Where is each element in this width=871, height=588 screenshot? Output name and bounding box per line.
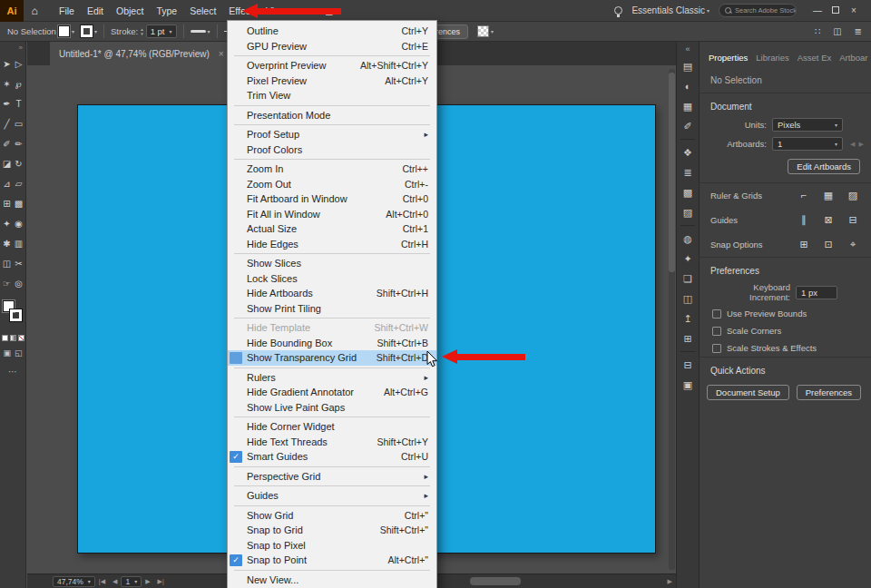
rectangle-tool[interactable]: ▭ [13,116,24,132]
pen-tool[interactable]: ✒ [1,96,13,112]
zoom-tool[interactable]: ◎ [13,276,24,291]
libraries-panel-icon[interactable]: ▣ [677,375,699,395]
units-dropdown[interactable]: Pixels▾ [772,118,843,132]
maximize-button[interactable] [829,5,842,15]
hand-tool[interactable]: ☞ [1,276,13,291]
edit-artboards-button[interactable]: Edit Artboards [788,159,860,174]
menu-item-hide-text-threads[interactable]: Hide Text ThreadsShift+Ctrl+Y [228,435,436,450]
clear-guides-icon[interactable]: ⊟ [846,214,860,226]
none-button[interactable] [18,335,24,341]
artboard-tool[interactable]: ◫ [1,256,13,271]
menu-file[interactable]: File [53,0,81,22]
scroll-right-icon[interactable]: ▶ [668,578,672,585]
horizontal-scroll-thumb[interactable] [470,577,521,585]
toolbar-overflow-icon[interactable]: ⋯ [0,367,25,377]
next-artboard-icon[interactable]: ▶ [145,578,150,585]
lasso-tool[interactable]: ℘ [13,76,24,92]
menu-item-hide-edges[interactable]: Hide EdgesCtrl+H [228,237,436,252]
search-adobe-stock-input[interactable]: Search Adobe Stock [719,4,797,17]
first-artboard-icon[interactable]: |◀ [99,578,105,585]
preferences-quick-button[interactable]: Preferences [797,385,861,400]
brushes-panel-icon[interactable]: ✐ [677,116,699,136]
zoom-dropdown[interactable]: 47,74%▾ [53,576,95,587]
selection-tool[interactable]: ➤ [1,56,13,72]
draw-normal-icon[interactable]: ▣ [3,348,11,358]
close-button[interactable]: × [847,5,860,15]
menu-item-snap-to-pixel[interactable]: Snap to Pixel [228,538,436,554]
mesh-tool[interactable]: ⊞ [1,196,13,211]
menu-item-outline[interactable]: OutlineCtrl+Y [228,24,436,39]
gradient-button[interactable] [10,335,16,341]
discover-icon[interactable] [614,6,622,15]
menu-item-lock-slices[interactable]: Lock Slices [228,271,436,287]
grid-options-icon[interactable]: ∷ [815,26,820,36]
menu-item-hide-gradient-annotator[interactable]: Hide Gradient AnnotatorAlt+Ctrl+G [228,385,436,400]
pencil-tool[interactable]: ✏ [13,136,24,152]
column-graph-tool[interactable]: ▥ [13,236,24,251]
color-button[interactable] [2,335,8,341]
artboards-dropdown[interactable]: 1▾ [772,137,843,151]
line-segment-tool[interactable]: ╱ [1,116,13,132]
vertical-scrollbar[interactable] [669,69,675,570]
menu-item-hide-bounding-box[interactable]: Hide Bounding BoxShift+Ctrl+B [228,336,436,351]
document-setup-quick-button[interactable]: Document Setup [707,385,789,400]
menu-item-overprint-preview[interactable]: Overprint PreviewAlt+Shift+Ctrl+Y [228,58,436,74]
slice-tool[interactable]: ✂ [13,256,24,271]
menu-item-snap-to-point[interactable]: ✓Snap to PointAlt+Ctrl+" [228,553,436,568]
color-panel-icon[interactable]: ▤ [677,56,699,76]
stroke-swatch[interactable] [10,309,22,321]
layers-panel-icon[interactable]: ❏ [677,269,699,289]
asset-export-panel-icon[interactable]: ↥ [677,309,699,328]
eyedropper-tool[interactable]: ✦ [1,216,13,231]
menu-item-fit-artboard-in-window[interactable]: Fit Artboard in WindowCtrl+0 [228,191,436,207]
transparency-panel-icon[interactable]: ▨ [677,202,699,222]
menu-item-trim-view[interactable]: Trim View [228,88,436,103]
menu-item-rulers[interactable]: Rulers▸ [228,370,436,386]
lock-guides-icon[interactable]: ⊠ [821,214,836,226]
menu-item-new-view[interactable]: New View... [228,573,436,588]
close-tab-icon[interactable]: × [219,49,224,59]
menu-item-zoom-out[interactable]: Zoom OutCtrl+- [228,177,436,192]
last-artboard-icon[interactable]: ▶| [158,578,164,585]
panel-menu-icon[interactable]: ≣ [855,26,862,36]
menu-type[interactable]: Type [150,0,183,22]
artboard-number-dropdown[interactable]: 1▾ [121,576,142,587]
menu-object[interactable]: Object [110,0,150,22]
tab-artboar[interactable]: Artboar [839,53,867,63]
eraser-tool[interactable]: ◪ [1,156,13,172]
rulers-icon[interactable]: ⌐ [797,190,811,201]
blend-tool[interactable]: ◉ [13,216,24,231]
vertical-scroll-thumb[interactable] [669,73,675,272]
home-icon[interactable]: ⌂ [24,5,45,17]
screen-mode-icon[interactable]: ◱ [15,348,23,358]
stroke-panel-icon[interactable]: ≣ [677,162,699,182]
gradient-tool[interactable]: ▩ [13,196,24,211]
menu-item-show-slices[interactable]: Show Slices [228,256,436,271]
graphic-styles-panel-icon[interactable]: ✦ [677,249,699,269]
snap-to-grid-icon[interactable]: ⊞ [797,239,811,250]
workspace-switcher[interactable]: Essentials Classic▾ [631,5,710,15]
brush-definition-icon[interactable] [191,30,206,33]
artboard-prev-next-icons[interactable]: ◀▶ [850,141,867,148]
checkbox-scale-corners[interactable] [712,327,721,336]
menu-item-hide-corner-widget[interactable]: Hide Corner Widget [228,419,436,435]
menu-item-proof-colors[interactable]: Proof Colors [228,142,436,158]
menu-item-pixel-preview[interactable]: Pixel PreviewAlt+Ctrl+Y [228,74,436,89]
keyboard-increment-input[interactable]: 1 px [796,286,837,299]
magic-wand-tool[interactable]: ✶ [1,76,13,92]
swatches-panel-icon[interactable]: ▦ [677,96,699,116]
color-guide-panel-icon[interactable]: ◐ [677,76,699,96]
document-tab[interactable]: Untitled-1* @ 47,74% (RGB/Preview) × [50,42,234,65]
checkbox-use-preview-bounds[interactable] [712,309,721,318]
menu-item-presentation-mode[interactable]: Presentation Mode [228,108,436,123]
transparency-grid-toggle-icon[interactable] [477,25,489,37]
free-transform-tool[interactable]: ▱ [13,176,24,191]
pathfinder-panel-icon[interactable]: ⊟ [677,355,699,375]
stroke-color-swatch[interactable] [81,25,93,37]
grid-icon[interactable]: ▦ [821,190,836,201]
menu-item-perspective-grid[interactable]: Perspective Grid▸ [228,469,436,485]
show-guides-icon[interactable]: ∥ [797,214,811,226]
gradient-panel-icon[interactable]: ▩ [677,182,699,202]
expand-panels-icon[interactable]: « [677,42,699,56]
align-panel-icon[interactable]: ⊞ [677,328,699,348]
